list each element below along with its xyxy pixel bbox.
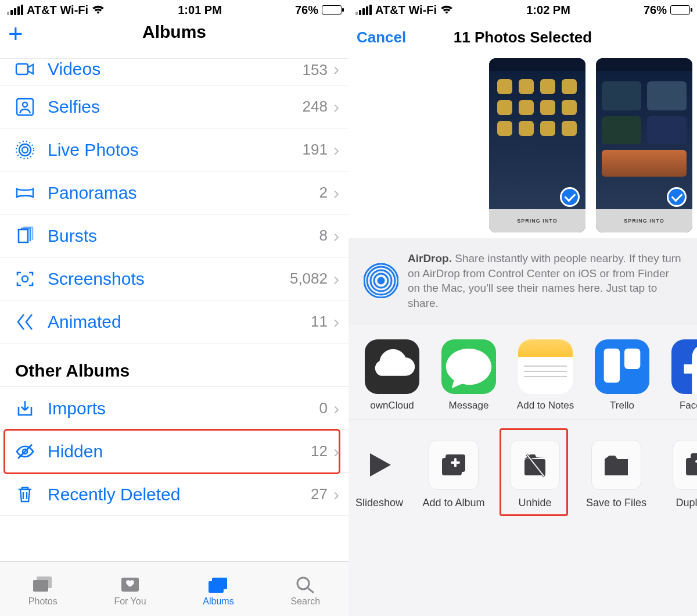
screenshot-icon bbox=[13, 269, 37, 289]
carrier-label: AT&T Wi-Fi bbox=[375, 3, 437, 17]
chevron-right-icon: › bbox=[328, 399, 339, 418]
album-name: Recently Deleted bbox=[37, 485, 311, 504]
chevron-right-icon: › bbox=[328, 226, 339, 246]
album-name: Animated bbox=[37, 312, 311, 332]
chevron-right-icon: › bbox=[328, 183, 339, 203]
photo-thumbnail[interactable]: SPRING INTO bbox=[489, 58, 585, 232]
action-label: Slideshow bbox=[355, 497, 403, 509]
album-row-videos[interactable]: Videos153› bbox=[0, 58, 348, 85]
chevron-right-icon: › bbox=[328, 97, 339, 117]
share-app-faceboo[interactable]: Faceboo bbox=[668, 339, 697, 411]
svg-point-3 bbox=[22, 147, 28, 153]
share-app-add-to-notes[interactable]: Add to Notes bbox=[515, 339, 576, 411]
share-app-message[interactable]: Message bbox=[438, 339, 500, 411]
album-row-selfies[interactable]: Selfies248› bbox=[0, 85, 348, 128]
selected-thumbnails[interactable]: SPRING INTO SPRING INTO bbox=[348, 52, 697, 238]
selected-check-icon bbox=[667, 187, 687, 207]
share-action-unhide[interactable]: Unhide bbox=[503, 440, 567, 509]
chevron-right-icon: › bbox=[328, 485, 339, 504]
share-action-duplicate[interactable]: Duplicate bbox=[666, 440, 697, 509]
tab-for-you[interactable]: For You bbox=[114, 575, 146, 607]
album-name: Videos bbox=[37, 59, 303, 79]
svg-point-4 bbox=[19, 144, 31, 156]
animated-icon bbox=[13, 312, 37, 332]
photo-thumbnail[interactable]: SPRING INTO bbox=[596, 58, 692, 232]
share-action-slideshow[interactable]: Slideshow bbox=[354, 440, 404, 509]
tab-albums[interactable]: Albums bbox=[203, 575, 233, 607]
album-count: 0 bbox=[319, 399, 328, 417]
share-action-save-to-files[interactable]: Save to Files bbox=[584, 440, 648, 509]
trash-icon bbox=[13, 485, 37, 504]
action-label: Unhide bbox=[518, 497, 551, 509]
album-name: Bursts bbox=[37, 226, 319, 246]
airdrop-text: AirDrop. Share instantly with people nea… bbox=[408, 251, 682, 311]
selfie-icon bbox=[13, 97, 37, 117]
album-name: Screenshots bbox=[37, 269, 290, 289]
album-count: 191 bbox=[303, 141, 328, 159]
album-count: 8 bbox=[319, 227, 328, 245]
chevron-right-icon: › bbox=[328, 59, 339, 79]
album-count: 27 bbox=[311, 485, 328, 503]
cloud-icon bbox=[365, 339, 419, 394]
play-icon bbox=[354, 440, 404, 490]
tab-bar: PhotosFor YouAlbumsSearch bbox=[0, 561, 348, 616]
album-row-animated[interactable]: Animated11› bbox=[0, 300, 348, 343]
carrier-label: AT&T Wi-Fi bbox=[27, 3, 88, 17]
album-row-live-photos[interactable]: Live Photos191› bbox=[0, 128, 348, 171]
phone-share: AT&T Wi-Fi 1:02 PM 76% Cancel 11 Photos … bbox=[348, 0, 697, 616]
svg-line-15 bbox=[308, 588, 314, 593]
clock-label: 1:02 PM bbox=[526, 3, 570, 17]
album-row-bursts[interactable]: Bursts8› bbox=[0, 214, 348, 257]
album-row-recently-deleted[interactable]: Recently Deleted27› bbox=[0, 473, 348, 516]
share-app-trello[interactable]: Trello bbox=[591, 339, 653, 411]
album-list[interactable]: Videos153›Selfies248›Live Photos191›Pano… bbox=[0, 58, 348, 561]
album-name: Panoramas bbox=[37, 183, 319, 203]
share-app-owncloud[interactable]: ownCloud bbox=[361, 339, 423, 411]
album-row-panoramas[interactable]: Panoramas2› bbox=[0, 171, 348, 214]
svg-point-2 bbox=[23, 102, 27, 107]
svg-point-16 bbox=[378, 277, 385, 284]
signal-icon bbox=[7, 5, 23, 15]
svg-rect-13 bbox=[212, 578, 227, 589]
chevron-right-icon: › bbox=[328, 442, 339, 461]
album-row-imports[interactable]: Imports0› bbox=[0, 387, 348, 430]
status-bar: AT&T Wi-Fi 1:01 PM 76% bbox=[0, 0, 348, 20]
battery-label: 76% bbox=[644, 3, 667, 17]
notes-icon bbox=[518, 339, 573, 394]
tab-photos[interactable]: Photos bbox=[28, 575, 58, 607]
album-name: Imports bbox=[37, 399, 319, 418]
share-sheet: AirDrop. Share instantly with people nea… bbox=[348, 238, 697, 616]
app-label: Trello bbox=[610, 400, 634, 411]
action-label: Duplicate bbox=[676, 497, 697, 509]
burst-icon bbox=[13, 226, 37, 246]
album-count: 5,082 bbox=[290, 270, 328, 288]
battery-label: 76% bbox=[295, 3, 318, 17]
share-action-rail[interactable]: SlideshowAdd to AlbumUnhideSave to Files… bbox=[348, 420, 697, 517]
addalbum-icon bbox=[429, 440, 479, 490]
svg-rect-22 bbox=[624, 348, 640, 368]
share-app-rail[interactable]: ownCloudMessageAdd to NotesTrelloFaceboo bbox=[348, 324, 697, 420]
tab-search[interactable]: Search bbox=[290, 575, 320, 607]
album-name: Hidden bbox=[37, 442, 311, 461]
duplicate-icon bbox=[673, 440, 697, 490]
share-action-add-to-album[interactable]: Add to Album bbox=[422, 440, 486, 509]
selected-check-icon bbox=[560, 187, 580, 207]
chevron-right-icon: › bbox=[328, 269, 339, 289]
airdrop-section[interactable]: AirDrop. Share instantly with people nea… bbox=[348, 238, 697, 324]
svg-rect-21 bbox=[604, 348, 620, 382]
action-label: Add to Album bbox=[422, 497, 484, 509]
tab-label: Albums bbox=[203, 596, 233, 607]
selection-title: 11 Photos Selected bbox=[348, 28, 697, 46]
unhide-icon bbox=[510, 440, 560, 490]
battery-icon bbox=[670, 5, 690, 15]
svg-point-6 bbox=[22, 276, 28, 282]
album-count: 153 bbox=[303, 61, 328, 79]
svg-rect-0 bbox=[16, 64, 28, 74]
app-label: ownCloud bbox=[370, 400, 414, 411]
panorama-icon bbox=[13, 183, 37, 203]
album-row-hidden[interactable]: Hidden12› bbox=[0, 430, 348, 473]
svg-point-14 bbox=[297, 578, 309, 589]
album-row-screenshots[interactable]: Screenshots5,082› bbox=[0, 257, 348, 300]
bubble-icon bbox=[441, 339, 496, 394]
wifi-icon bbox=[92, 5, 105, 15]
